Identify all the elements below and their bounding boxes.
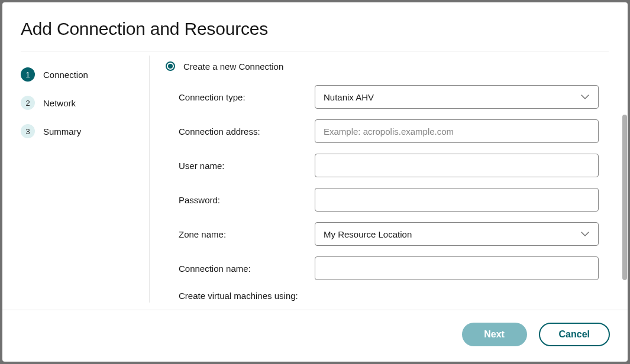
next-button[interactable]: Next bbox=[462, 323, 527, 346]
header-divider bbox=[21, 51, 609, 51]
radio-create-new-connection[interactable]: Create a new Connection bbox=[166, 59, 601, 73]
step-label-summary: Summary bbox=[43, 126, 81, 136]
row-user-name: User name: bbox=[163, 154, 601, 177]
select-zone-name[interactable]: My Resource Location bbox=[315, 222, 599, 246]
page-title: Add Connection and Resources bbox=[21, 19, 268, 39]
label-connection-type: Connection type: bbox=[179, 92, 315, 102]
radio-label-create-new-connection: Create a new Connection bbox=[183, 61, 283, 72]
select-value-zone-name: My Resource Location bbox=[324, 229, 580, 239]
input-password[interactable] bbox=[324, 188, 590, 211]
input-wrap-user-name bbox=[315, 154, 599, 177]
row-connection-name: Connection name: bbox=[163, 256, 601, 280]
radio-icon-checked bbox=[166, 61, 175, 71]
form-panel: Create a new Connection Connection type:… bbox=[163, 59, 601, 304]
row-connection-address: Connection address: bbox=[163, 119, 601, 143]
label-connection-name: Connection name: bbox=[179, 264, 315, 274]
input-connection-name[interactable] bbox=[324, 257, 590, 280]
step-number-3: 3 bbox=[21, 124, 35, 138]
chevron-down-icon bbox=[580, 92, 590, 102]
step-number-1: 1 bbox=[21, 67, 35, 82]
input-user-name[interactable] bbox=[324, 154, 590, 177]
wizard-step-summary[interactable]: 3 Summary bbox=[21, 117, 145, 145]
wizard-step-connection[interactable]: 1 Connection bbox=[21, 60, 145, 89]
step-number-2: 2 bbox=[21, 96, 35, 110]
dialog: Add Connection and Resources 1 Connectio… bbox=[2, 2, 628, 362]
step-label-network: Network bbox=[43, 98, 76, 108]
row-connection-type: Connection type: Nutanix AHV bbox=[163, 85, 601, 109]
cancel-button[interactable]: Cancel bbox=[539, 323, 610, 346]
select-value-connection-type: Nutanix AHV bbox=[324, 92, 580, 102]
footer-actions: Next Cancel bbox=[462, 323, 610, 346]
row-password: Password: bbox=[163, 188, 601, 212]
select-connection-type[interactable]: Nutanix AHV bbox=[315, 85, 599, 109]
step-label-connection: Connection bbox=[43, 70, 88, 80]
label-zone-name: Zone name: bbox=[179, 229, 315, 239]
label-password: Password: bbox=[179, 195, 315, 205]
label-user-name: User name: bbox=[179, 161, 315, 171]
label-connection-address: Connection address: bbox=[179, 126, 315, 136]
input-connection-address[interactable] bbox=[324, 120, 590, 142]
wizard-steps: 1 Connection 2 Network 3 Summary bbox=[21, 60, 145, 145]
vertical-divider bbox=[149, 56, 150, 303]
row-zone-name: Zone name: My Resource Location bbox=[163, 222, 601, 246]
input-wrap-connection-name bbox=[315, 256, 599, 280]
wizard-step-network[interactable]: 2 Network bbox=[21, 89, 145, 117]
label-create-vms-using: Create virtual machines using: bbox=[163, 291, 601, 301]
chevron-down-icon bbox=[580, 229, 590, 239]
footer-divider bbox=[2, 310, 628, 310]
scrollbar-thumb[interactable] bbox=[622, 115, 627, 280]
input-wrap-password bbox=[315, 188, 599, 212]
input-wrap-connection-address bbox=[315, 119, 599, 143]
